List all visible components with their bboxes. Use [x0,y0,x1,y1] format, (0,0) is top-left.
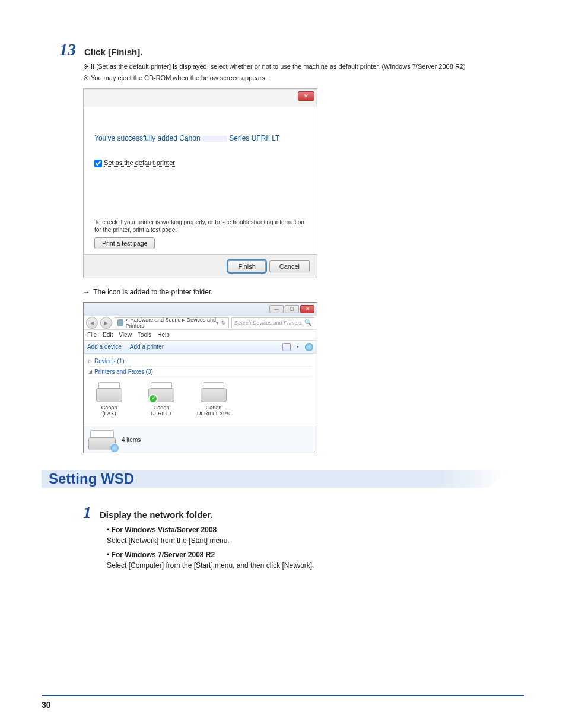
minimize-icon[interactable]: — [269,305,284,313]
devices-and-printers-window: — ▢ ✕ ◄ ► « Hardware and Sound ▸ Devices… [83,302,317,453]
close-icon[interactable]: ✕ [300,305,314,313]
window-titlebar: — ▢ ✕ [84,303,317,316]
default-printer-checkbox[interactable] [94,160,102,167]
printer-item-fax[interactable]: Canon (FAX) [90,382,129,417]
group-printers[interactable]: ◢ Printers and Faxes (3) [88,367,312,377]
menu-tools[interactable]: Tools [138,332,151,338]
command-bar: Add a device Add a printer ▾ [84,341,317,354]
step-1-number: 1 [83,504,91,521]
section-heading: Setting WSD [42,470,507,492]
device-label-2: UFRII LT XPS [194,411,233,417]
msg-prefix: You've successfully added Canon [94,134,201,142]
address-bar-row: ◄ ► « Hardware and Sound ▸ Devices and P… [84,316,317,330]
search-placeholder: Search Devices and Printers [234,320,302,326]
page-footer: 30 [42,695,524,710]
step-1-title: Display the network folder. [100,510,213,520]
collapse-icon: ◢ [88,369,92,374]
printer-item-ufrii[interactable]: Canon UFRII LT [142,382,181,417]
default-printer-label[interactable]: Set as the default printer [104,159,175,167]
note-star-icon: ※ [83,62,88,72]
note-star-icon: ※ [83,73,88,83]
explorer-body: ▷ Devices (1) ◢ Printers and Faxes (3) C… [84,354,317,419]
device-label-2: (FAX) [90,411,129,417]
menu-bar: File Edit View Tools Help [84,330,317,341]
wizard-body: You've successfully added Canon Series U… [84,107,317,254]
redacted-gap [202,136,227,142]
wizard-footer: Finish Cancel [84,254,317,278]
expand-icon: ▷ [88,358,92,364]
status-count: 4 items [122,437,141,443]
help-icon[interactable] [305,343,313,351]
msg-suffix: Series UFRII LT [229,134,279,142]
bullet-body-1: Select [Network] from the [Start] menu. [107,535,507,546]
section-title: Setting WSD [42,470,507,488]
device-list: Canon (FAX) Canon UFRII LT Canon UFRII L… [88,377,312,417]
printer-item-xps[interactable]: Canon UFRII LT XPS [194,382,233,417]
device-label-1: Canon [194,405,233,411]
group-printers-label: Printers and Faxes (3) [94,368,153,375]
breadcrumb-field[interactable]: « Hardware and Sound ▸ Devices and Print… [115,317,229,328]
search-icon: 🔍 [304,319,311,326]
bullet-item: • For Windows Vista/Server 2008 Select [… [107,524,507,546]
device-label-1: Canon [90,405,129,411]
step-13-title: Click [Finish]. [84,47,142,57]
page-number: 30 [42,700,51,710]
print-test-page-button[interactable]: Print a test page [94,237,155,249]
chevron-down-icon[interactable]: ▾ [297,344,299,349]
wizard-info-text: To check if your printer is working prop… [94,218,306,234]
back-icon[interactable]: ◄ [86,317,98,329]
bullet-head-1: For Windows Vista/Server 2008 [112,526,217,534]
device-label-2: UFRII LT [142,411,181,417]
result-row: → The icon is added to the printer folde… [83,288,507,296]
search-input[interactable]: Search Devices and Printers 🔍 [231,317,314,328]
add-printer-button[interactable]: Add a printer [130,344,164,350]
fax-badge-icon [110,443,119,453]
device-label-1: Canon [142,405,181,411]
printer-icon [96,382,122,402]
maximize-icon[interactable]: ▢ [285,305,299,313]
menu-view[interactable]: View [119,332,132,338]
breadcrumb-text: « Hardware and Sound ▸ Devices and Print… [126,317,216,329]
arrow-icon: → [83,288,90,296]
printer-icon [201,382,227,402]
note-1-text: If [Set as the default printer] is displ… [91,62,466,72]
group-devices[interactable]: ▷ Devices (1) [88,356,312,367]
step-13-number: 13 [59,42,76,58]
printer-icon [148,382,174,402]
menu-edit[interactable]: Edit [103,332,113,338]
note-1: ※ If [Set as the default printer] is dis… [83,62,507,72]
note-2-text: You may eject the CD-ROM when the below … [91,73,267,83]
step-13-row: 13 Click [Finish]. [59,42,507,58]
group-devices-label: Devices (1) [94,358,125,364]
folder-icon [117,319,123,326]
add-device-button[interactable]: Add a device [87,344,122,350]
status-bar: 4 items [84,427,317,453]
step-1-bullets: • For Windows Vista/Server 2008 Select [… [107,524,507,571]
refresh-icon[interactable]: ↻ [221,320,226,326]
wizard-success-message: You've successfully added Canon Series U… [94,134,306,142]
note-2: ※ You may eject the CD-ROM when the belo… [83,73,507,83]
menu-help[interactable]: Help [157,332,170,338]
chevron-down-icon[interactable]: ▾ [216,320,219,326]
menu-file[interactable]: File [87,332,97,338]
result-text: The icon is added to the printer folder. [93,288,212,296]
default-printer-row: Set as the default printer [94,159,306,167]
view-options-icon[interactable] [282,343,291,351]
bullet-head-2: For Windows 7/Server 2008 R2 [112,551,215,559]
default-check-icon [148,394,158,403]
cancel-button[interactable]: Cancel [269,260,310,272]
bullet-body-2: Select [Computer] from the [Start] menu,… [107,560,507,571]
step-13-notes: ※ If [Set as the default printer] is dis… [83,62,507,82]
finish-button[interactable]: Finish [228,260,265,272]
bullet-item: • For Windows 7/Server 2008 R2 Select [C… [107,549,507,571]
page: 13 Click [Finish]. ※ If [Set as the defa… [0,0,566,728]
close-icon[interactable]: ✕ [298,91,314,101]
forward-icon[interactable]: ► [100,317,112,329]
add-printer-wizard: ✕ ◄ Add Printer You've successfully adde… [83,88,317,278]
step-1-row: 1 Display the network folder. [83,504,507,521]
